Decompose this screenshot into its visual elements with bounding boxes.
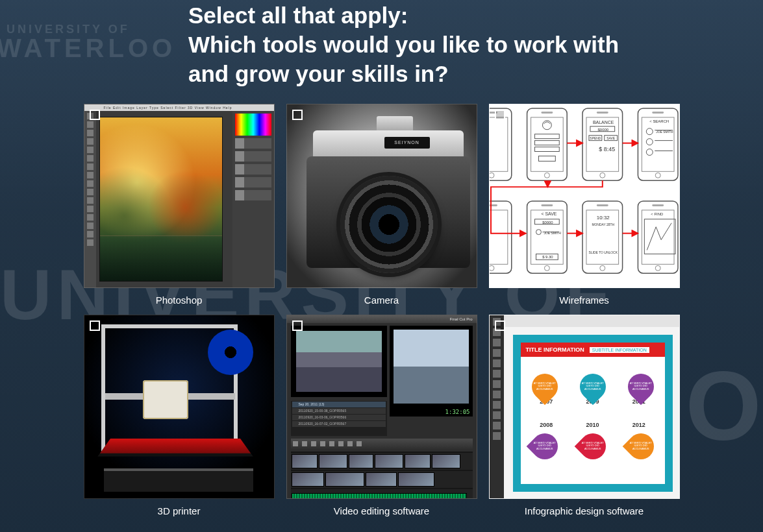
option-label-camera: Camera	[364, 295, 399, 306]
video-titlebar	[287, 315, 477, 323]
svg-text:SPEND: SPEND	[590, 137, 601, 140]
checkbox-wireframes[interactable]	[495, 110, 505, 120]
year-label: 2010	[586, 422, 599, 428]
pin-text: AT VERO VOALET IUSTO DIO ACCUSAMUS	[627, 442, 653, 451]
video-app-name: Final Cut Pro	[449, 315, 472, 323]
pin-text: AT VERO VOALET IUSTO DIO ACCUSAMUS	[627, 383, 653, 391]
timeline-pins-top: AT VERO VOALET IUSTO DIO ACCUSAMUS AT VE…	[521, 374, 665, 400]
infographic-artboard: TITLE INFORMATION SUBTITLE INFORMATION A…	[513, 335, 673, 492]
svg-text:< FIND: < FIND	[651, 212, 663, 216]
infographic-titlebar: TITLE INFORMATION SUBTITLE INFORMATION	[521, 343, 665, 357]
pin-text: AT VERO VOALET IUSTO DIO ACCUSAMUS	[531, 442, 557, 451]
svg-text:JOE SMITH: JOE SMITH	[544, 232, 561, 235]
svg-text:SLIDE TO UNLOCK: SLIDE TO UNLOCK	[588, 252, 618, 255]
svg-text:$ 9.30: $ 9.30	[542, 256, 553, 260]
timeline-years-bottom: 2008 2010 2012	[523, 422, 662, 428]
option-label-infographic: Infographic design software	[525, 505, 644, 516]
browser-row: 20110920_15-00-38_GOPR0565	[292, 408, 386, 414]
photoshop-toolbar	[84, 111, 96, 287]
svg-text:$ 8:45: $ 8:45	[599, 146, 615, 152]
design-topbar	[504, 315, 679, 327]
timeline-pins-bottom: AT VERO VOALET IUSTO DIO ACCUSAMUS AT VE…	[521, 433, 665, 459]
video-program-viewer	[390, 326, 473, 417]
options-grid: File Edit Image Layer Type Select Filter…	[84, 104, 680, 516]
question-heading: Select all that apply: Which tools would…	[188, 1, 656, 88]
infographic-subtitle: SUBTITLE INFORMATION	[590, 347, 649, 353]
option-card-3d-printer[interactable]	[84, 315, 275, 499]
camera-lens	[340, 176, 438, 273]
printer-extruder	[143, 380, 188, 419]
option-label-photoshop: Photoshop	[156, 295, 203, 306]
option-card-infographic[interactable]: TITLE INFORMATION SUBTITLE INFORMATION A…	[489, 315, 680, 499]
video-timeline	[291, 452, 473, 494]
option-card-wireframes[interactable]: BALANCE $0000 SPEND SAVE $ 8:45 < SEARCH…	[489, 104, 680, 288]
photoshop-panels	[232, 111, 274, 287]
question-line1: Select all that apply:	[188, 3, 408, 28]
infographic-title: TITLE INFORMATION	[526, 346, 584, 353]
option-video-editing: Final Cut Pro 1:32:05 Sep 20, 2011 (13) …	[286, 315, 477, 516]
option-label-wireframes: Wireframes	[559, 295, 609, 306]
svg-text:< SEARCH: < SEARCH	[649, 119, 669, 123]
option-card-camera[interactable]: SEIYNON	[286, 104, 477, 288]
video-event-browser: Sep 20, 2011 (13) 20110920_15-00-38_GOPR…	[291, 401, 387, 436]
design-toolbar	[490, 315, 504, 498]
browser-row: 20110920_16-03-06_GOPR0566	[292, 415, 386, 420]
year-label: 2008	[540, 422, 553, 428]
option-card-photoshop[interactable]: File Edit Image Layer Type Select Filter…	[84, 104, 275, 288]
pin-text: AT VERO VOALET IUSTO DIO ACCUSAMUS	[579, 383, 605, 391]
pin-text: AT VERO VOALET IUSTO DIO ACCUSAMUS	[531, 383, 557, 391]
svg-text:< SAVE: < SAVE	[541, 212, 557, 216]
pin-text: AT VERO VOALET IUSTO DIO ACCUSAMUS	[579, 442, 605, 451]
browser-row: 20110920_16-07-02_GOPR0567	[292, 421, 386, 427]
question-line2: Which tools would you like to work with …	[188, 32, 619, 86]
option-3d-printer: 3D printer	[84, 315, 275, 516]
video-transport-controls	[291, 439, 473, 449]
checkbox-photoshop[interactable]	[90, 110, 100, 120]
video-timecode: 1:32:05	[445, 409, 470, 415]
video-source-viewer	[291, 326, 387, 397]
svg-text:BALANCE: BALANCE	[592, 120, 614, 125]
svg-text:JOE SMITH: JOE SMITH	[656, 130, 673, 134]
year-label: 2012	[632, 422, 645, 428]
option-wireframes: BALANCE $0000 SPEND SAVE $ 8:45 < SEARCH…	[489, 104, 680, 306]
option-camera: SEIYNON Camera	[286, 104, 477, 306]
checkbox-infographic[interactable]	[495, 320, 505, 331]
svg-text:10:32: 10:32	[596, 215, 609, 221]
filament-spool	[208, 330, 253, 375]
option-photoshop: File Edit Image Layer Type Select Filter…	[84, 104, 275, 306]
option-card-video-editing[interactable]: Final Cut Pro 1:32:05 Sep 20, 2011 (13) …	[286, 315, 477, 499]
option-label-3d-printer: 3D printer	[158, 505, 201, 516]
printer-base	[104, 468, 253, 492]
svg-text:MONDAY 28TH: MONDAY 28TH	[592, 223, 614, 226]
wireframe-illustration: BALANCE $0000 SPEND SAVE $ 8:45 < SEARCH…	[490, 104, 679, 287]
camera-nameplate: SEIYNON	[384, 137, 430, 149]
option-label-video-editing: Video editing software	[334, 505, 429, 516]
checkbox-camera[interactable]	[292, 110, 303, 120]
option-infographic: TITLE INFORMATION SUBTITLE INFORMATION A…	[489, 315, 680, 516]
photoshop-menubar: File Edit Image Layer Type Select Filter…	[84, 104, 274, 111]
printer-bed	[99, 439, 250, 453]
browser-row: Sep 20, 2011 (13)	[292, 402, 386, 407]
photoshop-canvas	[100, 117, 222, 281]
svg-text:$0000: $0000	[542, 221, 553, 224]
svg-text:$0000: $0000	[597, 128, 608, 132]
checkbox-video-editing[interactable]	[292, 320, 303, 331]
svg-text:SAVE: SAVE	[607, 137, 616, 140]
checkbox-3d-printer[interactable]	[90, 320, 100, 331]
